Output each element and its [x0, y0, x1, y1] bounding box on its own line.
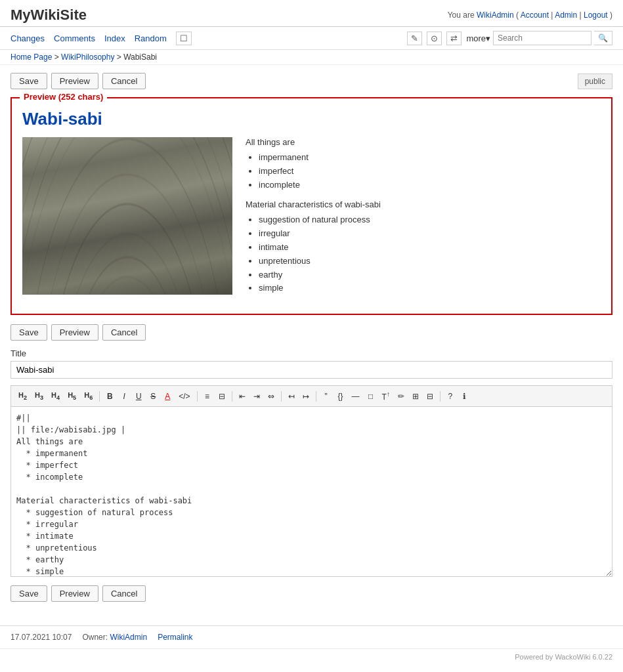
color-btn[interactable]: A [161, 390, 174, 403]
preview-list1-item1: imperfect [259, 165, 601, 178]
strike-btn[interactable]: S [146, 390, 160, 403]
cancel-button-bottom[interactable]: Cancel [102, 585, 146, 602]
title-field-label: Title [11, 348, 612, 358]
sep4 [281, 391, 282, 402]
sep2 [197, 391, 198, 402]
page-footer: 17.07.2021 10:07 Owner: WikiAdmin Permal… [0, 625, 623, 648]
preview-list2: suggestion of natural process irregular … [259, 213, 601, 295]
h4-btn[interactable]: H4 [48, 389, 63, 403]
preview-image [22, 137, 232, 295]
preview-label: Preview (252 chars) [20, 92, 107, 102]
align-right-btn[interactable]: ⇔ [265, 390, 278, 403]
top-action-buttons: Save Preview Cancel public [11, 73, 612, 89]
preview-list2-item1: irregular [259, 227, 601, 241]
curly-btn[interactable]: {} [334, 390, 347, 403]
editor-toolbar: H2 H3 H4 H5 H6 B I U S A </> ≡ ⊟ ⇤ ⇥ ⇔ ↤… [11, 385, 612, 406]
dash-btn[interactable]: — [349, 390, 363, 403]
header: MyWikiSite You are WikiAdmin ( Account |… [0, 0, 623, 27]
preview-box: Preview (252 chars) Wabi-sabi All things… [11, 97, 612, 315]
italic-btn[interactable]: I [118, 390, 131, 403]
ordered-list-btn[interactable]: ⊟ [215, 390, 228, 403]
breadcrumb-current: WabiSabi [123, 52, 157, 62]
user-prefix: You are [448, 10, 475, 20]
mid-action-buttons: Save Preview Cancel [11, 324, 612, 341]
footer-date: 17.07.2021 10:07 [11, 633, 72, 642]
highlight-btn[interactable]: ✏ [395, 390, 408, 403]
nav-index[interactable]: Index [104, 33, 125, 43]
breadcrumb-wiki-philosophy[interactable]: WikiPhilosophy [61, 52, 114, 62]
cancel-button-mid[interactable]: Cancel [102, 324, 146, 341]
navbar: Changes Comments Index Random ☐ ✎ ⊙ ⇄ mo… [0, 27, 623, 50]
h5-btn[interactable]: H5 [64, 389, 79, 403]
sep1 [99, 391, 100, 402]
public-button[interactable]: public [578, 74, 612, 89]
box-btn[interactable]: □ [364, 390, 377, 403]
preview-list2-item3: unpretentious [259, 255, 601, 268]
pencil-icon-btn[interactable]: ✎ [407, 32, 422, 45]
refresh-icon-btn[interactable]: ⇄ [446, 32, 462, 45]
table-btn[interactable]: ⊟ [423, 390, 437, 403]
preview-text-block: All things are impermanent imperfect inc… [246, 137, 601, 303]
clock-icon-btn[interactable]: ⊙ [427, 32, 442, 45]
wood-texture [22, 137, 232, 295]
nav-changes[interactable]: Changes [11, 33, 45, 43]
sep6 [440, 391, 440, 402]
breadcrumb: Home Page > WikiPhilosophy > WabiSabi [0, 50, 623, 65]
save-button-mid[interactable]: Save [11, 324, 47, 341]
preview-list2-item2: intimate [259, 241, 601, 255]
preview-list1-item0: impermanent [259, 151, 601, 165]
account-link[interactable]: Account [521, 10, 549, 20]
sep3 [232, 391, 232, 402]
admin-link[interactable]: Admin [555, 10, 577, 20]
preview-button-bottom[interactable]: Preview [51, 585, 98, 602]
align-center-btn[interactable]: ⇥ [250, 390, 263, 403]
indent-left-btn[interactable]: ↤ [285, 390, 298, 403]
link-btn[interactable]: ⊞ [409, 390, 422, 403]
breadcrumb-home[interactable]: Home Page [11, 52, 52, 62]
save-button-bottom[interactable]: Save [11, 585, 47, 602]
content-area: Save Preview Cancel public Preview (252 … [0, 65, 623, 618]
nav-tools: ✎ ⊙ ⇄ more▾ 🔍 [407, 31, 612, 45]
more-button[interactable]: more▾ [466, 33, 490, 43]
h3-btn[interactable]: H3 [32, 389, 47, 403]
h2-btn[interactable]: H2 [15, 389, 30, 403]
preview-list2-item0: suggestion of natural process [259, 213, 601, 227]
footer-owner-label: Owner: WikiAdmin [82, 633, 147, 642]
superscript-btn[interactable]: T↑ [379, 388, 393, 404]
info-btn[interactable]: ℹ [458, 390, 471, 403]
nav-links: Changes Comments Index Random ☐ [11, 32, 407, 45]
save-button-top[interactable]: Save [11, 73, 47, 89]
permalink-link[interactable]: Permalink [158, 633, 192, 642]
username-link[interactable]: WikiAdmin [477, 10, 514, 20]
preview-list1-item2: incomplete [259, 178, 601, 192]
search-button[interactable]: 🔍 [594, 31, 612, 45]
bold-btn[interactable]: B [103, 390, 116, 403]
h6-btn[interactable]: H6 [81, 389, 96, 403]
cancel-button-top[interactable]: Cancel [102, 73, 146, 89]
indent-right-btn[interactable]: ↦ [299, 390, 312, 403]
unordered-list-btn[interactable]: ≡ [201, 390, 214, 403]
nav-comments[interactable]: Comments [54, 33, 95, 43]
preview-button-top[interactable]: Preview [51, 73, 98, 89]
bottom-action-buttons: Save Preview Cancel [11, 585, 612, 602]
search-input[interactable] [493, 31, 591, 45]
preview-list2-item4: earthy [259, 268, 601, 282]
powered-by: Powered by WackoWiki 6.0.22 [0, 648, 623, 665]
user-info: You are WikiAdmin ( Account | Admin | Lo… [448, 10, 612, 20]
footer-owner-link[interactable]: WikiAdmin [110, 633, 147, 642]
nav-random[interactable]: Random [135, 33, 167, 43]
preview-button-mid[interactable]: Preview [51, 324, 98, 341]
code-inline-btn[interactable]: </> [175, 390, 193, 403]
preview-para1: All things are [246, 137, 601, 147]
logout-link[interactable]: Logout [584, 10, 608, 20]
editor-textarea[interactable]: #|| || file:/wabisabi.jpg | All things a… [11, 406, 612, 577]
preview-list1: impermanent imperfect incomplete [259, 151, 601, 192]
underline-btn[interactable]: U [132, 390, 145, 403]
bookmark-icon-btn[interactable]: ☐ [176, 32, 192, 45]
align-left-btn[interactable]: ⇤ [236, 390, 249, 403]
quote-btn[interactable]: " [320, 390, 333, 403]
sep5 [316, 391, 316, 402]
preview-list2-item5: simple [259, 282, 601, 295]
help-btn[interactable]: ? [444, 390, 457, 403]
title-input[interactable] [11, 361, 612, 379]
